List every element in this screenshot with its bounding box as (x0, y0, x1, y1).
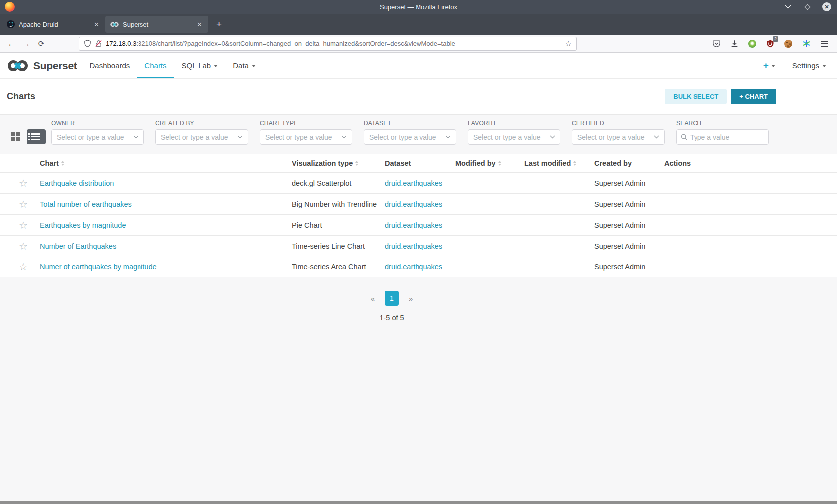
window-bottom-edge (0, 501, 837, 504)
extension-ublock-icon[interactable]: 2 (765, 39, 775, 49)
close-window-icon[interactable]: ✕ (822, 2, 831, 11)
favorite-star-icon[interactable]: ☆ (19, 241, 28, 251)
filter-search: SEARCH (676, 120, 769, 145)
bookmark-star-icon[interactable]: ☆ (565, 39, 572, 48)
nav-item-charts[interactable]: Charts (137, 53, 174, 78)
extension-cookie-icon[interactable] (783, 39, 793, 49)
sort-icon[interactable] (355, 161, 358, 166)
created-by: Superset Admin (594, 179, 664, 187)
filter-dataset: DATASET Select or type a value (364, 120, 456, 145)
druid-favicon-icon (7, 20, 15, 28)
table-row: ☆ Total number of earthquakes Big Number… (0, 193, 837, 214)
dataset-link[interactable]: druid.earthquakes (385, 263, 442, 271)
search-icon (681, 134, 687, 140)
chart-link[interactable]: Earthquake distribution (40, 179, 114, 187)
chevron-down-icon (341, 135, 347, 139)
reload-icon[interactable]: ⟳ (35, 37, 48, 50)
chevron-down-icon (654, 135, 659, 139)
maximize-icon[interactable] (803, 2, 812, 11)
chevron-down-icon (237, 135, 243, 139)
new-tab-icon[interactable]: + (213, 19, 225, 30)
url-text[interactable]: 172.18.0.3:32108/chart/list/?pageIndex=0… (106, 40, 562, 47)
next-page-icon[interactable]: » (409, 294, 413, 303)
bulk-select-button[interactable]: BULK SELECT (665, 89, 727, 104)
forward-icon[interactable]: → (20, 37, 33, 50)
nav-item-data[interactable]: Data (225, 53, 263, 78)
superset-logo[interactable]: Superset (0, 53, 77, 78)
tab-apache-druid[interactable]: Apache Druid ✕ (2, 16, 105, 33)
page-header: Charts BULK SELECT + CHART (0, 79, 837, 115)
favorite-select[interactable]: Select or type a value (468, 129, 560, 145)
favorite-star-icon[interactable]: ☆ (19, 178, 28, 188)
dataset-select[interactable]: Select or type a value (364, 129, 456, 145)
dataset-link[interactable]: druid.earthquakes (385, 242, 442, 250)
filter-owner: OWNER Select or type a value (51, 120, 144, 145)
nav-item-dashboards[interactable]: Dashboards (82, 53, 137, 78)
dataset-link[interactable]: druid.earthquakes (385, 179, 442, 187)
favorite-star-icon[interactable]: ☆ (19, 262, 28, 272)
window-title: Superset — Mozilla Firefox (0, 3, 837, 11)
chart-type-select[interactable]: Select or type a value (260, 129, 352, 145)
table-header-row: Chart Visualization type Dataset Modifie… (0, 154, 837, 172)
tab-label: Apache Druid (19, 21, 89, 28)
dataset-link[interactable]: druid.earthquakes (385, 221, 442, 229)
filter-certified: CERTIFIED Select or type a value (572, 120, 665, 145)
pocket-icon[interactable] (711, 39, 721, 49)
back-icon[interactable]: ← (5, 37, 18, 50)
favorite-star-icon[interactable]: ☆ (19, 199, 28, 209)
chevron-down-icon (445, 135, 451, 139)
downloads-icon[interactable] (729, 39, 739, 49)
tracking-protection-shield-icon[interactable] (84, 40, 91, 47)
superset-favicon-icon (110, 22, 119, 27)
page-number-button[interactable]: 1 (385, 291, 399, 306)
chevron-down-icon (252, 65, 256, 67)
favorite-star-icon[interactable]: ☆ (19, 220, 28, 230)
chart-link[interactable]: Earthquakes by magnitude (40, 221, 126, 229)
close-tab-icon[interactable]: ✕ (93, 21, 100, 28)
chevron-down-icon (214, 65, 218, 67)
list-view-icon[interactable] (27, 129, 46, 144)
visualization-type: Time-series Area Chart (292, 263, 385, 271)
dataset-link[interactable]: druid.earthquakes (385, 200, 442, 208)
tab-label: Superset (123, 21, 192, 28)
url-bar[interactable]: 172.18.0.3:32108/chart/list/?pageIndex=0… (79, 37, 577, 51)
column-header-last-modified[interactable]: Last modified (524, 159, 594, 167)
chart-link[interactable]: Total number of earthquakes (40, 200, 132, 208)
extension-badge: 2 (773, 36, 778, 42)
created-by: Superset Admin (594, 221, 664, 229)
tab-superset[interactable]: Superset ✕ (105, 16, 208, 33)
card-view-icon[interactable] (8, 129, 23, 144)
column-header-chart[interactable]: Chart (40, 159, 292, 167)
sort-icon[interactable] (498, 161, 501, 166)
certified-select[interactable]: Select or type a value (572, 129, 665, 145)
tab-bar: Apache Druid ✕ Superset ✕ + (0, 14, 837, 35)
owner-select[interactable]: Select or type a value (51, 129, 144, 145)
hamburger-menu-icon[interactable] (819, 39, 829, 49)
sort-icon[interactable] (61, 161, 64, 166)
brand-name: Superset (33, 60, 77, 72)
visualization-type: Time-series Line Chart (292, 242, 385, 250)
chart-link[interactable]: Numer of earthquakes by magnitude (40, 263, 157, 271)
extension-asterisk-icon[interactable] (801, 39, 811, 49)
created-by-select[interactable]: Select or type a value (155, 129, 248, 145)
sort-icon[interactable] (573, 161, 576, 166)
filter-created-by: CREATED BY Select or type a value (155, 120, 248, 145)
close-tab-icon[interactable]: ✕ (196, 21, 203, 28)
created-by: Superset Admin (594, 200, 664, 208)
chevron-down-icon (771, 65, 775, 67)
search-input[interactable] (690, 133, 764, 141)
nav-item-sql-lab[interactable]: SQL Lab (174, 53, 226, 78)
visualization-type: Big Number with Trendline (292, 200, 385, 208)
filter-chart-type: CHART TYPE Select or type a value (260, 120, 352, 145)
extension-privacy-icon[interactable] (747, 39, 757, 49)
prev-page-icon[interactable]: « (371, 294, 375, 303)
column-header-modified-by[interactable]: Modified by (455, 159, 524, 167)
add-chart-button[interactable]: + CHART (731, 89, 776, 104)
page-title: Charts (7, 91, 35, 102)
chart-link[interactable]: Number of Earthquakes (40, 242, 116, 250)
settings-menu[interactable]: Settings (792, 61, 826, 70)
new-item-button[interactable]: + (763, 60, 775, 71)
minimize-icon[interactable] (783, 2, 792, 11)
column-header-visualization-type[interactable]: Visualization type (292, 159, 385, 167)
insecure-lock-icon[interactable] (95, 40, 102, 47)
